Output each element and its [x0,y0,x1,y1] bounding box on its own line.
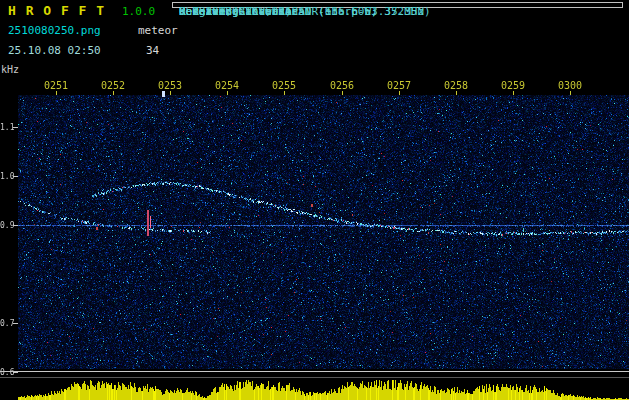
app-version: 1.0.0 [122,5,155,18]
frequency-unit-label: kHz [1,64,19,75]
y-tick-label: 0.9 [0,221,14,230]
x-tick-label: 0259 [501,80,525,91]
mode-label: meteor [138,24,178,37]
output-filename: 2510080250.png [8,24,101,37]
x-tick-label: 0258 [444,80,468,91]
x-tick-label: 0253 [158,80,182,91]
x-tick-label: 0255 [272,80,296,91]
app-title: H R O F F T [8,3,105,18]
y-tick-label: 1.1 [0,123,14,132]
spectrogram-canvas [0,75,629,400]
echo-count: 34 [146,44,159,57]
x-tick-label: 0252 [101,80,125,91]
x-tick-label: 0251 [44,80,68,91]
y-tick-label: 0.7 [0,319,14,328]
x-tick-label: 0300 [558,80,582,91]
y-tick-label: 0.6 [0,368,14,377]
info-value: : 2el-HB9CV Vertical (el. E-W) [179,5,378,18]
x-tick-label: 0257 [387,80,411,91]
y-tick-label: 1.0 [0,172,14,181]
x-tick-label: 0256 [330,80,354,91]
datetime-label: 25.10.08 02:50 [8,44,101,57]
observer-info-box: Observer: Takanori KawachiReceiving Loca… [172,2,623,8]
x-tick-label: 0254 [215,80,239,91]
hrofft-window: H R O F F T 1.0.0 2510080250.png meteor … [0,0,629,400]
